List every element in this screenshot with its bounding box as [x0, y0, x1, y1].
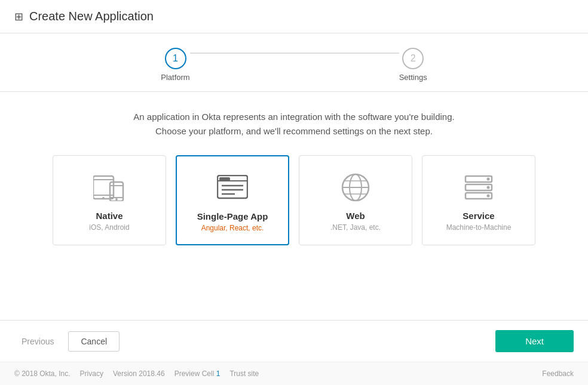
intro-line1: An application in Okta represents an int…: [24, 110, 564, 124]
card-service-title: Service: [463, 211, 494, 221]
footer-left: © 2018 Okta, Inc. Privacy Version 2018.4…: [14, 369, 259, 378]
intro-text: An application in Okta represents an int…: [24, 110, 564, 138]
card-native-title: Native: [96, 211, 122, 221]
page-footer: © 2018 Okta, Inc. Privacy Version 2018.4…: [0, 362, 588, 385]
actions-left: Previous Cancel: [14, 331, 120, 352]
step-1-label: Platform: [161, 73, 189, 82]
page-title: Create New Application: [29, 10, 154, 23]
footer-trust-link[interactable]: Trust site: [229, 369, 259, 378]
card-spa-subtitle: Angular, React, etc.: [201, 224, 264, 232]
step-2-settings: 2 Settings: [399, 48, 427, 82]
web-icon: [338, 173, 373, 202]
svg-rect-10: [219, 177, 230, 181]
previous-button[interactable]: Previous: [14, 332, 61, 351]
footer-preview: Preview Cell 1: [174, 369, 220, 378]
card-web-title: Web: [346, 211, 365, 221]
step-1-platform: 1 Platform: [161, 48, 189, 82]
intro-line2: Choose your platform, and we'll recommen…: [24, 124, 564, 138]
card-web[interactable]: Web .NET, Java, etc.: [299, 155, 412, 245]
footer-privacy-link[interactable]: Privacy: [80, 369, 103, 378]
app-grid-icon: ⊞: [14, 10, 23, 23]
card-service[interactable]: Service Machine-to-Machine: [422, 155, 535, 245]
step-2-label: Settings: [399, 73, 427, 82]
footer-version: Version 2018.46: [113, 369, 165, 378]
actions-bar: Previous Cancel Next: [0, 320, 588, 362]
card-web-subtitle: .NET, Java, etc.: [330, 223, 381, 232]
svg-point-22: [487, 186, 490, 189]
card-service-subtitle: Machine-to-Machine: [446, 223, 512, 232]
main-content: An application in Okta represents an int…: [0, 92, 588, 320]
cancel-button[interactable]: Cancel: [68, 331, 120, 352]
step-2-circle: 2: [402, 48, 424, 69]
step-1-circle: 1: [165, 48, 186, 69]
card-spa-title: Single-Page App: [197, 211, 268, 221]
service-icon: [461, 173, 497, 202]
page-header: ⊞ Create New Application: [0, 0, 588, 33]
step-connector: [190, 53, 399, 54]
spa-icon: [215, 173, 250, 203]
platform-cards: Native iOS, Android: [24, 155, 564, 245]
svg-point-3: [102, 197, 105, 199]
native-icon: [91, 173, 127, 202]
footer-feedback-link[interactable]: Feedback: [542, 369, 574, 378]
card-native[interactable]: Native iOS, Android: [53, 155, 166, 245]
svg-point-7: [115, 198, 118, 201]
card-native-subtitle: iOS, Android: [89, 223, 129, 232]
footer-copyright: © 2018 Okta, Inc.: [14, 369, 71, 378]
svg-point-24: [487, 195, 490, 198]
next-button[interactable]: Next: [495, 330, 574, 352]
svg-point-20: [487, 178, 490, 181]
stepper: 1 Platform 2 Settings: [0, 48, 588, 91]
card-spa[interactable]: Single-Page App Angular, React, etc.: [176, 155, 289, 245]
stepper-section: 1 Platform 2 Settings: [0, 33, 588, 92]
